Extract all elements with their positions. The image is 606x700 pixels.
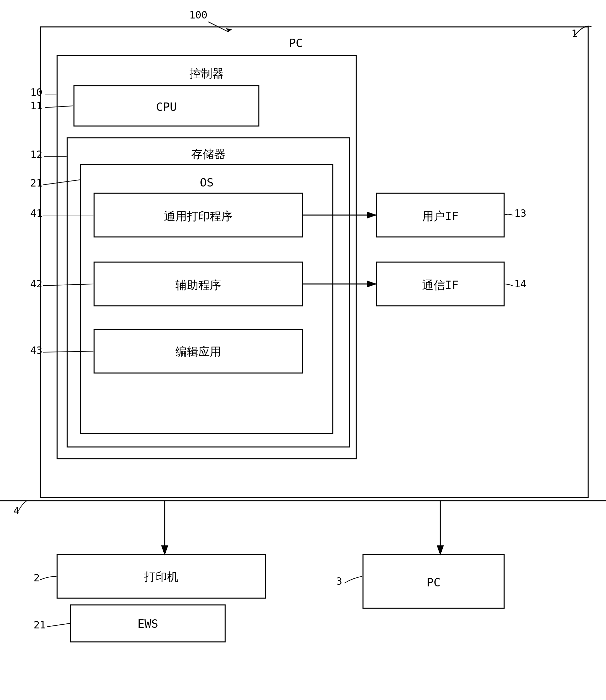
svg-rect-18 (376, 262, 504, 306)
svg-text:控制器: 控制器 (190, 67, 224, 80)
svg-text:43: 43 (30, 345, 42, 356)
svg-rect-16 (376, 193, 504, 237)
svg-text:13: 13 (514, 207, 526, 219)
svg-rect-0 (40, 27, 588, 497)
svg-rect-2 (57, 55, 356, 459)
svg-text:EWS: EWS (138, 617, 158, 630)
svg-text:10: 10 (30, 86, 42, 98)
svg-text:4: 4 (14, 505, 20, 516)
svg-text:打印机: 打印机 (144, 570, 179, 583)
svg-text:2: 2 (33, 572, 40, 584)
svg-text:用户IF: 用户IF (422, 209, 459, 223)
svg-text:21: 21 (33, 619, 46, 631)
svg-text:41: 41 (30, 207, 42, 219)
svg-text:14: 14 (514, 278, 526, 290)
svg-rect-31 (363, 555, 504, 608)
svg-marker-36 (226, 28, 232, 32)
svg-text:11: 11 (30, 100, 42, 112)
svg-rect-12 (94, 262, 303, 306)
svg-text:通信IF: 通信IF (422, 278, 459, 292)
diagram: PC 控制器 CPU 存储器 OS 通用打印程序 辅助程序 编辑应用 用户IF … (0, 0, 606, 700)
svg-text:通用打印程序: 通用打印程序 (164, 209, 233, 223)
svg-rect-14 (94, 329, 303, 373)
svg-rect-10 (94, 193, 303, 237)
svg-line-57 (47, 623, 70, 627)
svg-rect-8 (81, 165, 333, 434)
svg-text:PC: PC (289, 36, 303, 50)
svg-text:1: 1 (572, 27, 578, 39)
svg-text:42: 42 (30, 278, 42, 290)
svg-line-53 (43, 351, 93, 352)
svg-text:PC: PC (427, 576, 441, 589)
diagram-svg: PC 控制器 CPU 存储器 OS 通用打印程序 辅助程序 编辑应用 用户IF … (0, 0, 606, 700)
svg-text:存储器: 存储器 (191, 147, 226, 161)
svg-rect-29 (71, 605, 225, 642)
svg-line-35 (208, 22, 229, 32)
svg-line-41 (45, 106, 73, 108)
svg-rect-27 (57, 555, 265, 598)
svg-rect-4 (74, 86, 259, 126)
svg-text:CPU: CPU (156, 100, 177, 114)
svg-rect-6 (67, 138, 350, 447)
svg-text:12: 12 (30, 148, 42, 160)
svg-text:3: 3 (336, 575, 342, 587)
svg-text:辅助程序: 辅助程序 (176, 278, 221, 292)
svg-line-50 (43, 284, 93, 286)
svg-text:21: 21 (30, 177, 42, 189)
svg-text:编辑应用: 编辑应用 (176, 345, 221, 358)
svg-text:OS: OS (200, 176, 214, 189)
svg-line-45 (43, 180, 80, 185)
svg-text:100: 100 (189, 9, 207, 21)
